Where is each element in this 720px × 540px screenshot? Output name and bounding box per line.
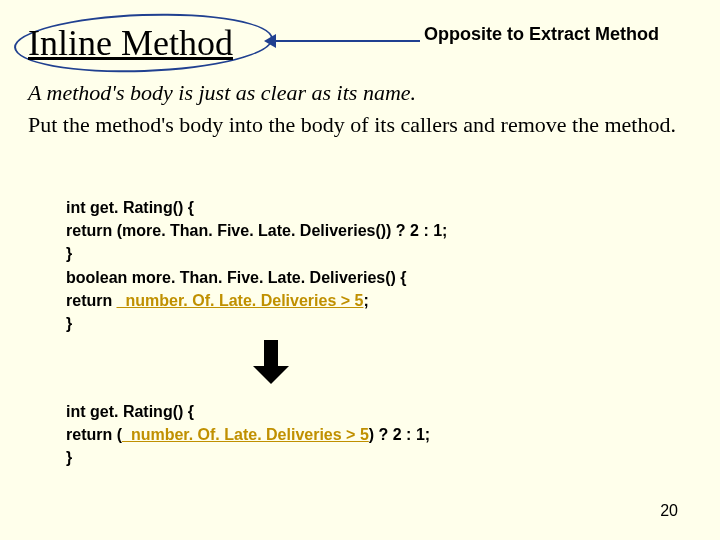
- code-line: return _number. Of. Late. Deliveries > 5…: [66, 289, 447, 312]
- slide: Inline Method Opposite to Extract Method…: [0, 0, 720, 540]
- code-highlight: _number. Of. Late. Deliveries > 5: [117, 292, 364, 309]
- page-number: 20: [660, 502, 678, 520]
- code-before-block: int get. Rating() { return (more. Than. …: [66, 196, 447, 335]
- arrow-down-icon: [264, 340, 278, 368]
- arrow-left-icon: [264, 34, 276, 48]
- page-title: Inline Method: [28, 22, 233, 64]
- code-line: }: [66, 446, 430, 469]
- code-text: ) ? 2 : 1;: [369, 426, 430, 443]
- code-line: }: [66, 242, 447, 265]
- code-line: int get. Rating() {: [66, 196, 447, 219]
- opposite-note: Opposite to Extract Method: [424, 24, 659, 45]
- description-italic: A method's body is just as clear as its …: [28, 80, 416, 106]
- code-text: return: [66, 292, 117, 309]
- code-line: boolean more. Than. Five. Late. Deliveri…: [66, 266, 447, 289]
- description-plain: Put the method's body into the body of i…: [28, 112, 678, 138]
- arrow-line-shape: [268, 40, 420, 42]
- code-text: return (: [66, 426, 122, 443]
- code-line: return (_number. Of. Late. Deliveries > …: [66, 423, 430, 446]
- code-line: }: [66, 312, 447, 335]
- code-line: int get. Rating() {: [66, 400, 430, 423]
- code-highlight: _number. Of. Late. Deliveries > 5: [122, 426, 369, 443]
- code-after-block: int get. Rating() { return (_number. Of.…: [66, 400, 430, 470]
- code-text: ;: [363, 292, 368, 309]
- code-line: return (more. Than. Five. Late. Deliveri…: [66, 219, 447, 242]
- arrow-down-head-icon: [253, 366, 289, 384]
